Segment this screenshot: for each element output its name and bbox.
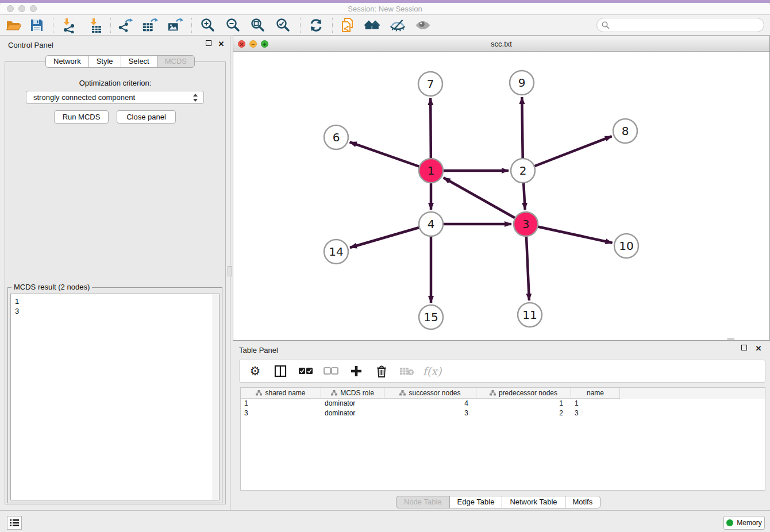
- column-header-successor-nodes[interactable]: successor nodes: [384, 388, 476, 399]
- show-panels-button[interactable]: [7, 516, 22, 530]
- network-window-titlebar[interactable]: ✕ − + scc.txt: [233, 36, 769, 52]
- new-network-from-selection-button[interactable]: [340, 17, 356, 33]
- toolbar-separator: [300, 18, 301, 33]
- graph-node-10[interactable]: 10: [614, 234, 638, 258]
- eye-icon: [415, 19, 431, 32]
- tab-network[interactable]: Network: [45, 55, 89, 68]
- toolbar-separator: [191, 18, 192, 33]
- add-row-button[interactable]: [348, 363, 365, 379]
- canvas-splitter-grip[interactable]: [727, 338, 734, 340]
- graph-edge-3-10[interactable]: [526, 224, 613, 243]
- select-all-button[interactable]: [297, 363, 314, 379]
- refresh-layout-button[interactable]: [308, 17, 324, 33]
- graph-node-6[interactable]: 6: [324, 125, 348, 149]
- column-layout-button[interactable]: [272, 363, 289, 379]
- function-builder-button[interactable]: f(x): [424, 363, 441, 379]
- control-panel-close-icon[interactable]: ✕: [217, 40, 225, 48]
- plus-icon: [350, 365, 363, 377]
- tab-style[interactable]: Style: [88, 55, 121, 68]
- graph-node-14[interactable]: 14: [324, 240, 348, 264]
- table-panel-title: Table Panel: [239, 346, 278, 354]
- memory-button[interactable]: Memory: [723, 516, 765, 530]
- tab-node-table[interactable]: Node Table: [396, 496, 450, 508]
- application-window: Session: New Session: [0, 0, 770, 532]
- table-panel-close-icon[interactable]: ✕: [754, 345, 763, 353]
- zoom-in-button[interactable]: [200, 17, 216, 33]
- panel-splitter-grip[interactable]: [228, 266, 232, 276]
- zoom-fit-button[interactable]: [250, 17, 266, 33]
- graph-node-4[interactable]: 4: [419, 212, 443, 236]
- table-settings-button[interactable]: ⚙: [247, 363, 264, 379]
- cell-predecessor-nodes[interactable]: 2: [476, 408, 571, 418]
- app-titlebar: Session: New Session: [0, 3, 770, 15]
- status-bar: Memory: [0, 510, 770, 532]
- eye-slash-icon: [390, 18, 406, 32]
- open-folder-icon: [6, 18, 22, 32]
- column-label: MCDS role: [340, 389, 374, 397]
- graph-edge-1-6[interactable]: [350, 142, 431, 171]
- close-panel-button[interactable]: Close panel: [117, 110, 176, 124]
- graph-node-9[interactable]: 9: [510, 71, 534, 95]
- tab-select[interactable]: Select: [121, 55, 157, 68]
- cell-successor-nodes[interactable]: 4: [384, 399, 476, 408]
- cell-successor-nodes[interactable]: 3: [384, 408, 476, 418]
- control-panel-float-icon[interactable]: [206, 40, 211, 46]
- save-session-button[interactable]: [29, 17, 45, 33]
- tab-motifs[interactable]: Motifs: [565, 496, 601, 508]
- export-image-button[interactable]: [167, 17, 183, 33]
- show-all-button[interactable]: [415, 17, 431, 33]
- search-input[interactable]: [612, 20, 764, 31]
- graph-edge-2-8[interactable]: [523, 136, 612, 171]
- open-session-button[interactable]: [6, 17, 22, 33]
- import-table-button[interactable]: [87, 17, 103, 33]
- first-neighbors-button[interactable]: [364, 17, 380, 33]
- mcds-result-box[interactable]: 1 3: [10, 294, 220, 500]
- column-header-predecessor-nodes[interactable]: predecessor nodes: [476, 388, 571, 399]
- deselect-all-button[interactable]: [322, 363, 340, 379]
- tab-edge-table[interactable]: Edge Table: [449, 496, 503, 508]
- run-mcds-button[interactable]: Run MCDS: [54, 110, 109, 124]
- column-header-mcds-role[interactable]: MCDS role: [321, 388, 384, 399]
- table-row[interactable]: 3 dominator 3 2 3: [241, 408, 765, 418]
- tab-network-table[interactable]: Network Table: [502, 496, 565, 508]
- graph-node-2[interactable]: 2: [511, 159, 535, 183]
- cell-mcds-role[interactable]: dominator: [321, 408, 384, 418]
- tab-mcds[interactable]: MCDS: [157, 55, 195, 68]
- table-panel-float-icon[interactable]: [741, 345, 747, 350]
- column-header-name[interactable]: name: [571, 388, 620, 399]
- search-field[interactable]: [596, 18, 764, 32]
- memory-label: Memory: [737, 519, 761, 527]
- export-network-button[interactable]: [117, 17, 133, 33]
- graph-node-1[interactable]: 1: [419, 159, 443, 183]
- cell-predecessor-nodes[interactable]: 1: [476, 399, 571, 408]
- optimization-criterion-select[interactable]: strongly connected component: [26, 91, 204, 104]
- network-canvas[interactable]: 7968124314101511: [233, 52, 769, 340]
- table-row[interactable]: 1 dominator 4 1 1: [241, 399, 765, 408]
- cell-mcds-role[interactable]: dominator: [321, 399, 384, 408]
- svg-text:15: 15: [424, 310, 438, 324]
- graph-node-15[interactable]: 15: [419, 305, 443, 329]
- zoom-selected-button[interactable]: [275, 17, 291, 33]
- graph-node-7[interactable]: 7: [418, 72, 442, 96]
- cell-name[interactable]: 3: [571, 408, 620, 418]
- graph-edge-3-1[interactable]: [444, 178, 526, 224]
- graph-node-11[interactable]: 11: [518, 303, 542, 327]
- table-panel: Table Panel ✕ ⚙: [233, 341, 770, 510]
- column-header-shared-name[interactable]: shared name: [241, 388, 321, 399]
- export-table-button[interactable]: [142, 17, 158, 33]
- zoom-fit-icon: [251, 18, 265, 33]
- delete-row-button[interactable]: [373, 363, 390, 379]
- hide-selected-button[interactable]: [390, 17, 406, 33]
- toolbar-separator: [53, 18, 53, 33]
- column-type-icon: [256, 390, 262, 396]
- graph-node-8[interactable]: 8: [613, 119, 637, 143]
- cell-name[interactable]: 1: [571, 399, 620, 408]
- export-network-icon: [117, 17, 133, 33]
- graph-node-3[interactable]: 3: [514, 212, 538, 236]
- result-scrollbar[interactable]: [213, 294, 219, 500]
- cell-shared-name[interactable]: 1: [241, 399, 321, 408]
- delete-table-button[interactable]: [398, 363, 415, 379]
- zoom-out-button[interactable]: [225, 17, 241, 33]
- cell-shared-name[interactable]: 3: [241, 408, 321, 418]
- import-network-button[interactable]: [61, 17, 77, 33]
